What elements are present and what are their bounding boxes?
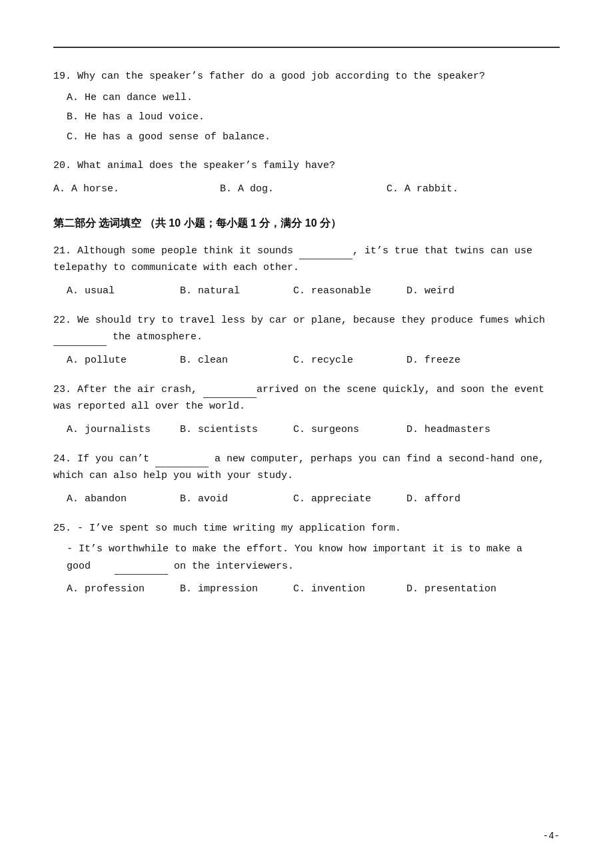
q25-optA: A. profession [67, 580, 173, 598]
q20-text: 20. What animal does the speaker’s famil… [53, 157, 560, 175]
q25-options: A. profession B. impression C. invention… [53, 580, 560, 598]
q19-optA: A. He can dance well. [53, 89, 560, 107]
q20-optC: C. A rabbit. [386, 180, 533, 198]
q25-text: 25. - I’ve spent so much time writing my… [53, 520, 560, 537]
top-divider [53, 47, 560, 48]
q25-optB: B. impression [180, 580, 287, 598]
q23-options: A. journalists B. scientists C. surgeons… [53, 421, 560, 439]
q20-optA: A. A horse. [53, 180, 200, 198]
q22-optD: D. freeze [406, 351, 513, 369]
q19-optC: C. He has a good sense of balance. [53, 129, 560, 146]
q24-optA: A. abandon [67, 490, 173, 508]
q21-text: 21. Although some people think it sounds… [53, 243, 560, 277]
q24-options: A. abandon B. avoid C. appreciate D. aff… [53, 490, 560, 508]
q24-optB: B. avoid [180, 490, 287, 508]
q24-blank [155, 455, 209, 467]
q23-optB: B. scientists [180, 421, 287, 439]
q20-options: A. A horse. B. A dog. C. A rabbit. [53, 180, 560, 198]
q20-optB: B. A dog. [220, 180, 366, 198]
q21-options: A. usual B. natural C. reasonable D. wei… [53, 282, 560, 300]
q21-optB: B. natural [180, 282, 287, 300]
q25-reply: - It’s worthwhile to make the effort. Yo… [53, 541, 560, 575]
q23-optA: A. journalists [67, 421, 173, 439]
q22-options: A. pollute B. clean C. recycle D. freeze [53, 351, 560, 369]
q24-text: 24. If you can’t a new computer, perhaps… [53, 451, 560, 485]
section2-header: 第二部分 选词填空 （共 10 小题；每小题 1 分，满分 10 分） [53, 217, 560, 231]
q22-optB: B. clean [180, 351, 287, 369]
q25-blank [115, 563, 168, 575]
q24-optC: C. appreciate [293, 490, 400, 508]
q21-optC: C. reasonable [293, 282, 400, 300]
q22-blank [53, 334, 107, 346]
page-number: -4- [543, 831, 560, 841]
q22-optA: A. pollute [67, 351, 173, 369]
q23-optD: D. headmasters [406, 421, 513, 439]
question-21: 21. Although some people think it sounds… [53, 243, 560, 300]
q25-optC: C. invention [293, 580, 400, 598]
q25-optD: D. presentation [406, 580, 513, 598]
question-20: 20. What animal does the speaker’s famil… [53, 157, 560, 198]
q19-text: 19. Why can the speaker’s father do a go… [53, 68, 560, 85]
q23-optC: C. surgeons [293, 421, 400, 439]
question-24: 24. If you can’t a new computer, perhaps… [53, 451, 560, 508]
q23-text: 23. After the air crash, arrived on the … [53, 381, 560, 415]
q19-optB: B. He has a loud voice. [53, 109, 560, 126]
question-25: 25. - I’ve spent so much time writing my… [53, 520, 560, 599]
q22-text: 22. We should try to travel less by car … [53, 312, 560, 346]
q24-optD: D. afford [406, 490, 513, 508]
question-19: 19. Why can the speaker’s father do a go… [53, 68, 560, 145]
question-22: 22. We should try to travel less by car … [53, 312, 560, 369]
q22-optC: C. recycle [293, 351, 400, 369]
q21-optA: A. usual [67, 282, 173, 300]
q21-blank [299, 247, 352, 259]
question-23: 23. After the air crash, arrived on the … [53, 381, 560, 439]
q21-optD: D. weird [406, 282, 513, 300]
q23-blank [203, 386, 257, 398]
